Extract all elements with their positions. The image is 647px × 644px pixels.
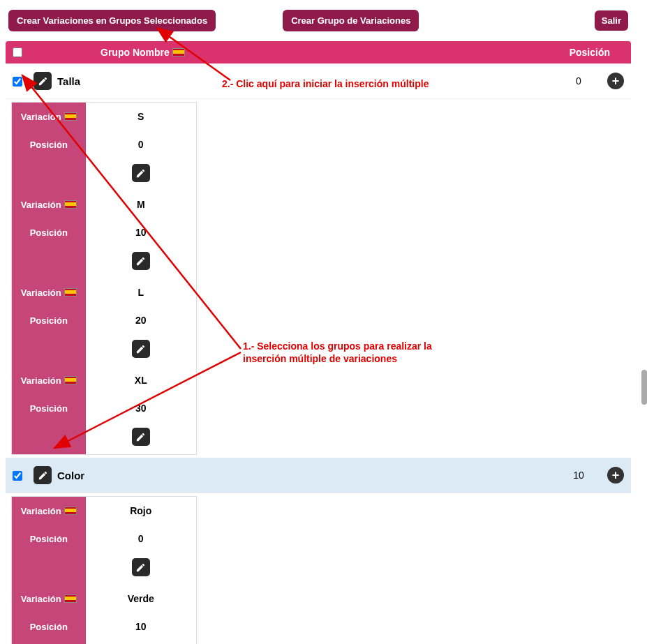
variation-position: 0 — [86, 130, 197, 158]
variation-name: XL — [86, 366, 197, 394]
add-variation-button[interactable]: + — [607, 73, 624, 89]
group-row: Talla0+ — [6, 63, 631, 99]
variation-position: 20 — [86, 306, 197, 334]
variation-position: 0 — [86, 525, 197, 553]
position-label: Posición — [12, 306, 86, 334]
spain-flag-icon — [64, 594, 77, 603]
edit-variation-button[interactable] — [132, 428, 150, 446]
variation-label: Variación — [21, 112, 61, 122]
variation-label: Variación — [21, 594, 61, 604]
spain-flag-icon — [172, 48, 185, 57]
position-label: Posición — [12, 130, 86, 158]
variation-position: 30 — [86, 394, 197, 422]
header-group-name: Grupo Nombre — [101, 47, 170, 58]
variation-position: 10 — [86, 613, 197, 641]
variations-table: Variación RojoPosición0Variación VerdePo… — [11, 496, 197, 644]
variation-name: L — [86, 278, 197, 306]
spain-flag-icon — [64, 112, 77, 121]
group-position: 10 — [561, 470, 596, 481]
table-header: Grupo Nombre Posición — [6, 41, 631, 63]
group-checkbox[interactable] — [13, 77, 22, 87]
variation-name: M — [86, 190, 197, 218]
header-position: Posición — [554, 47, 624, 58]
spain-flag-icon — [64, 507, 77, 515]
toolbar: Crear Variaciones en Grupos Seleccionado… — [6, 0, 631, 41]
position-label: Posición — [12, 525, 86, 553]
create-group-button[interactable]: Crear Grupo de Variaciones — [283, 10, 419, 31]
variation-name: Rojo — [86, 497, 197, 525]
create-variations-button[interactable]: Crear Variaciones en Grupos Seleccionado… — [8, 10, 216, 31]
spain-flag-icon — [64, 288, 77, 297]
select-all-checkbox[interactable] — [13, 47, 22, 57]
add-variation-button[interactable]: + — [607, 467, 624, 484]
group-name-label: Talla — [57, 75, 80, 87]
edit-variation-button[interactable] — [132, 164, 150, 182]
variation-label: Variación — [21, 375, 61, 386]
variation-name: Verde — [86, 585, 197, 613]
variation-label: Variación — [21, 506, 61, 516]
edit-variation-button[interactable] — [132, 340, 150, 358]
group-checkbox[interactable] — [13, 471, 22, 481]
position-label: Posición — [12, 613, 86, 641]
group-position: 0 — [561, 75, 596, 87]
variation-label: Variación — [21, 200, 61, 210]
scrollbar[interactable] — [641, 370, 647, 405]
group-name-label: Color — [57, 470, 84, 481]
variation-position: 10 — [86, 218, 197, 246]
edit-variation-button[interactable] — [132, 558, 150, 576]
variation-name: S — [86, 103, 197, 131]
spain-flag-icon — [64, 376, 77, 384]
group-row: Color10+ — [6, 458, 631, 493]
edit-variation-button[interactable] — [132, 252, 150, 270]
variations-table: Variación SPosición0Variación MPosición1… — [11, 102, 197, 455]
edit-group-button[interactable] — [34, 72, 52, 90]
exit-button[interactable]: Salir — [595, 10, 628, 31]
variation-label: Variación — [21, 287, 61, 298]
spain-flag-icon — [64, 200, 77, 209]
position-label: Posición — [12, 218, 86, 246]
position-label: Posición — [12, 394, 86, 422]
edit-group-button[interactable] — [34, 466, 52, 484]
